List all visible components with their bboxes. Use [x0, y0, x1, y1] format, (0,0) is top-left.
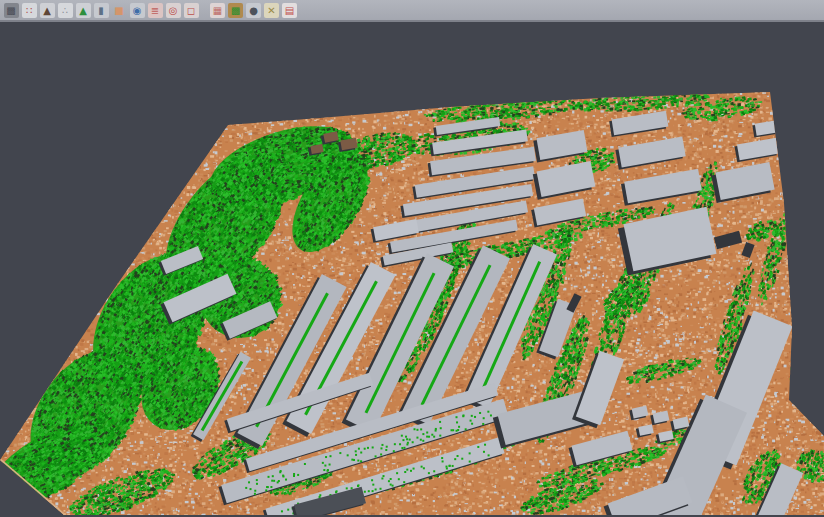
dark-sphere-icon[interactable]: ●: [246, 3, 261, 18]
toolbar: ▩∷▲∴▲▮■◉≣◎◻▦▩●✕▤: [0, 0, 824, 22]
transform-axes-icon[interactable]: ✕: [264, 3, 279, 18]
classification-map-icon[interactable]: ▩: [228, 3, 243, 18]
orthophoto-icon[interactable]: ■: [112, 3, 127, 18]
measurement-flag-icon[interactable]: ▤: [282, 3, 297, 18]
profile-view-icon[interactable]: ▮: [94, 3, 109, 18]
classified-points-icon[interactable]: ∷: [22, 3, 37, 18]
globe-icon[interactable]: ◉: [130, 3, 145, 18]
grid-overlay-icon[interactable]: ▦: [210, 3, 225, 18]
terrain-mesh-icon[interactable]: ▲: [40, 3, 55, 18]
dem-surface-icon[interactable]: ▲: [76, 3, 91, 18]
point-cloud-icon[interactable]: ▩: [4, 3, 19, 18]
sparse-cloud-icon[interactable]: ∴: [58, 3, 73, 18]
rect-select-icon[interactable]: ◻: [184, 3, 199, 18]
3d-viewport-container: [0, 22, 824, 515]
layer-stack-icon[interactable]: ≣: [148, 3, 163, 18]
circle-select-icon[interactable]: ◎: [166, 3, 181, 18]
3d-viewport[interactable]: [0, 22, 824, 515]
